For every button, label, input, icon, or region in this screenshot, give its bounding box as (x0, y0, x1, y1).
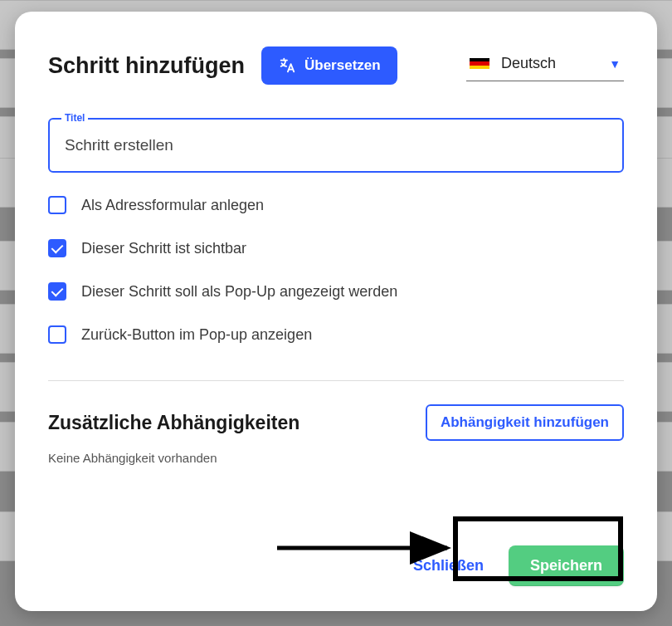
divider (48, 380, 624, 381)
title-field-label: Titel (61, 112, 88, 124)
title-field[interactable]: Titel (48, 118, 624, 173)
dependencies-empty-text: Keine Abhängigkeit vorhanden (48, 451, 624, 465)
chevron-down-icon: ▼ (609, 57, 621, 71)
add-step-modal: Schritt hinzufügen Übersetzen Deutsch ▼ … (15, 12, 657, 611)
checkbox[interactable] (48, 196, 66, 214)
modal-footer: Schließen Speichern (48, 512, 624, 586)
modal-header: Schritt hinzufügen Übersetzen Deutsch ▼ (48, 46, 624, 85)
language-select[interactable]: Deutsch ▼ (466, 50, 624, 81)
checkbox-row: Zurück-Button im Pop-up anzeigen (48, 325, 624, 344)
checkbox-label: Dieser Schritt ist sichtbar (81, 240, 246, 257)
modal-title: Schritt hinzufügen (48, 53, 245, 79)
checkbox-label: Zurück-Button im Pop-up anzeigen (81, 326, 312, 344)
dependencies-header: Zusätzliche Abhängigkeiten Abhängigkeit … (48, 404, 624, 441)
title-input[interactable] (65, 136, 607, 154)
add-dependency-button[interactable]: Abhängigkeit hinzufügen (426, 404, 624, 441)
translate-icon (278, 56, 296, 75)
checkbox-row: Dieser Schritt ist sichtbar (48, 239, 624, 257)
dependencies-title: Zusätzliche Abhängigkeiten (48, 412, 299, 434)
language-label: Deutsch (501, 55, 597, 72)
checkbox[interactable] (48, 282, 66, 301)
checkbox-label: Als Adressformular anlegen (81, 197, 264, 214)
checkbox-row: Dieser Schritt soll als Pop-Up angezeigt… (48, 282, 624, 301)
translate-label: Übersetzen (304, 57, 381, 74)
checkbox-label: Dieser Schritt soll als Pop-Up angezeigt… (81, 283, 397, 301)
save-button[interactable]: Speichern (509, 545, 624, 586)
close-button[interactable]: Schließen (413, 557, 484, 575)
flag-de-icon (470, 58, 489, 70)
checkbox-row: Als Adressformular anlegen (48, 196, 624, 214)
translate-button[interactable]: Übersetzen (261, 46, 397, 85)
checkbox[interactable] (48, 239, 66, 257)
checkbox[interactable] (48, 325, 66, 344)
